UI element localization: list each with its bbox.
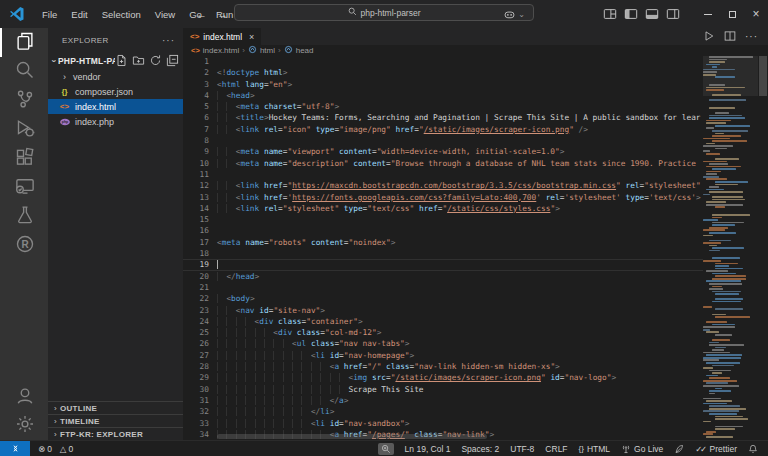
minimap[interactable] — [703, 56, 758, 440]
activity-testing-button[interactable] — [0, 202, 48, 231]
code-lines: 12<!doctype html>3<html lang="en">4 <hea… — [183, 56, 703, 440]
activity-run-debug-button[interactable] — [0, 115, 48, 144]
command-center-search[interactable]: php-html-parser — [234, 4, 534, 21]
account-button[interactable] — [0, 384, 48, 412]
tab-index-html[interactable]: <> index.html × — [183, 28, 261, 45]
language-mode-status[interactable]: {}HTML — [579, 444, 610, 454]
notifications-status[interactable] — [748, 444, 758, 454]
vertical-scrollbar-slider[interactable] — [759, 56, 767, 96]
section-ftp-kr--explorer[interactable]: ›FTP-KR: EXPLORER — [48, 427, 183, 440]
line-content — [209, 282, 703, 293]
file-label: composer.json — [75, 87, 133, 97]
line-number: 12 — [183, 180, 209, 191]
editor-group: <> index.html × ··· <> index.html › — [183, 28, 768, 440]
code-line-9: 9 <meta name="viewport" content="width=d… — [183, 146, 703, 157]
file-label: index.html — [75, 102, 116, 112]
code-line-28: 28 <a href="/" class="nav-link hidden-sm… — [183, 361, 703, 372]
file-label: index.php — [75, 117, 114, 127]
section-timeline[interactable]: ›TIMELINE — [48, 414, 183, 427]
customize-layout-button[interactable] — [603, 7, 617, 21]
refresh-button[interactable] — [149, 54, 162, 67]
prettier-status[interactable]: ✓✓Prettier — [695, 444, 737, 454]
html-file-icon: <> — [58, 102, 71, 111]
line-content: <meta name="robots" content="noindex"> — [209, 237, 703, 248]
section-label: FTP-KR: EXPLORER — [60, 430, 143, 439]
monitor-icon — [15, 176, 35, 200]
tree-item-vendor[interactable]: ›vendor — [48, 69, 183, 84]
toggle-secondary-sidebar-button[interactable] — [666, 7, 680, 21]
split-editor-button[interactable] — [724, 28, 736, 46]
vertical-scrollbar[interactable] — [758, 56, 768, 440]
indentation-status[interactable]: Spaces: 2 — [461, 444, 499, 454]
run-button[interactable] — [703, 28, 715, 46]
forward-button[interactable]: → — [217, 8, 228, 20]
activity-search-button[interactable] — [0, 57, 48, 86]
activity-explorer-button[interactable] — [0, 28, 48, 57]
vscode-window: FileEditSelectionViewGoRun··· ← → php-ht… — [0, 0, 768, 456]
menu-edit[interactable]: Edit — [64, 0, 94, 28]
cursor-position-status[interactable]: Ln 19, Col 1 — [405, 444, 451, 454]
breadcrumb: <> index.html › html › head — [183, 45, 768, 56]
symbol-icon — [284, 45, 293, 56]
go-live-status[interactable]: Go Live — [621, 444, 663, 454]
collapse-all-button[interactable] — [166, 54, 179, 67]
line-number: 29 — [183, 372, 209, 383]
line-content — [209, 56, 703, 67]
json-file-icon: {} — [58, 87, 71, 96]
chevron-collapsed-icon: › — [54, 430, 57, 439]
line-content: <title>Hockey Teams: Forms, Searching an… — [209, 112, 703, 123]
line-number: 28 — [183, 361, 209, 372]
line-content: </head> — [209, 271, 703, 282]
horizontal-scrollbar[interactable] — [217, 434, 487, 439]
close-button[interactable]: × — [744, 0, 768, 28]
search-value: php-html-parser — [361, 8, 421, 18]
explorer-root-folder[interactable]: › PHP-HTML-PARSER — [48, 52, 183, 69]
encoding-status[interactable]: UTF-8 — [510, 444, 534, 454]
menu-file[interactable]: File — [35, 0, 64, 28]
code-line-2: 2<!doctype html> — [183, 67, 703, 78]
remote-indicator[interactable] — [0, 441, 30, 456]
code-line-13: 13 <link href='https://fonts.googleapis.… — [183, 192, 703, 203]
breadcrumb-html[interactable]: html — [248, 45, 275, 56]
zoom-status-status[interactable] — [378, 443, 394, 455]
tree-item-composer-json[interactable]: {}composer.json — [48, 84, 183, 99]
line-number: 1 — [183, 56, 209, 67]
editor-more-actions-button[interactable]: ··· — [745, 31, 758, 42]
toggle-primary-sidebar-button[interactable] — [624, 7, 638, 21]
eol-status[interactable]: CRLF — [545, 444, 567, 454]
line-content: <html lang="en"> — [209, 79, 703, 90]
braces-text-icon: {} — [579, 444, 584, 453]
explorer-more-actions-button[interactable]: ··· — [162, 35, 175, 46]
tree-item-index-html[interactable]: <>index.html — [48, 99, 183, 114]
problems-status[interactable]: ⊗0 △0 — [38, 444, 73, 454]
menu-selection[interactable]: Selection — [95, 0, 148, 28]
breadcrumb-head[interactable]: head — [284, 45, 314, 56]
line-number: 23 — [183, 305, 209, 316]
toggle-panel-button[interactable] — [645, 7, 659, 21]
r-circle-icon: R — [15, 234, 35, 258]
line-number: 22 — [183, 293, 209, 304]
activity-source-control-button[interactable] — [0, 86, 48, 115]
activity-extensions-button[interactable] — [0, 144, 48, 173]
code-editor[interactable]: 12<!doctype html>3<html lang="en">4 <hea… — [183, 56, 768, 440]
menu-view[interactable]: View — [148, 0, 182, 28]
copilot-button[interactable]: ⌄ — [503, 8, 525, 21]
settings-button[interactable] — [0, 412, 48, 440]
line-number: 2 — [183, 67, 209, 78]
activity-remote-explorer-button[interactable] — [0, 173, 48, 202]
status-bar: ⊗0 △0 Ln 19, Col 1Spaces: 2UTF-8CRLF{}HT… — [0, 440, 768, 456]
new-folder-button[interactable] — [132, 54, 145, 67]
maximize-button[interactable] — [720, 0, 744, 28]
tree-item-index-php[interactable]: phpindex.php — [48, 114, 183, 129]
activity-r-extension-button[interactable]: R — [0, 231, 48, 260]
line-content — [209, 259, 703, 270]
code-line-21: 21 — [183, 282, 703, 293]
code-line-26: 26 <ul class="nav nav-tabs"> — [183, 338, 703, 349]
close-tab-icon[interactable]: × — [249, 32, 254, 42]
feather-status[interactable] — [674, 444, 684, 454]
back-button[interactable]: ← — [196, 8, 207, 20]
breadcrumb-file[interactable]: <> index.html — [191, 46, 239, 55]
section-outline[interactable]: ›OUTLINE — [48, 401, 183, 414]
minimize-button[interactable] — [696, 0, 720, 28]
new-file-button[interactable] — [115, 54, 128, 67]
